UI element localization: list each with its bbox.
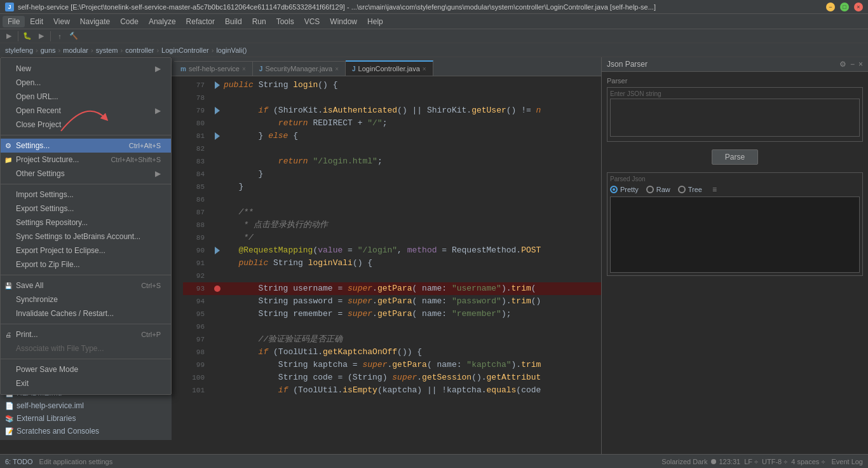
- print-shortcut: Ctrl+P: [141, 331, 161, 338]
- menu-item-sync-settings[interactable]: Sync Settings to JetBrains Account...: [1, 230, 171, 244]
- theme-dot: [711, 459, 716, 464]
- menu-item-print[interactable]: 🖨 Print... Ctrl+P: [1, 327, 171, 341]
- menu-build[interactable]: Build: [220, 16, 247, 27]
- breadcrumb: stylefeng › guns › modular › system › co…: [0, 43, 868, 57]
- maximize-button[interactable]: □: [840, 3, 849, 11]
- tab-label: SecurityManager.java: [265, 65, 332, 72]
- menu-tools[interactable]: Tools: [271, 16, 299, 27]
- menu-sep: [1, 184, 171, 184]
- breadcrumb-item[interactable]: modular: [63, 46, 88, 54]
- code-line-96: 96: [183, 320, 601, 333]
- menu-item-power-save[interactable]: Power Save Mode: [1, 362, 171, 376]
- tab-label: LoginController.java: [358, 65, 420, 72]
- menu-file[interactable]: File: [3, 16, 25, 27]
- menu-item-project-structure[interactable]: 📁 Project Structure... Ctrl+Alt+Shift+S: [1, 153, 171, 167]
- tab-security-manager[interactable]: J SecurityManager.java ×: [253, 61, 346, 76]
- code-line-85: 85 }: [183, 181, 601, 193]
- menu-item-open-recent[interactable]: Open Recent ▶: [1, 104, 171, 118]
- menu-view[interactable]: View: [48, 16, 75, 27]
- menu-edit[interactable]: Edit: [25, 16, 48, 27]
- menu-help[interactable]: Help: [362, 16, 388, 27]
- json-input-label: Enter JSON string: [610, 90, 860, 97]
- panel-settings-icon[interactable]: ⚙: [839, 60, 846, 69]
- menu-item-synchronize[interactable]: Synchronize: [1, 292, 171, 306]
- radio-pretty[interactable]: Pretty: [610, 186, 639, 193]
- status-charset[interactable]: UTF-8 ÷: [762, 458, 787, 465]
- radio-raw[interactable]: Raw: [646, 186, 670, 193]
- tree-item-ext-libs[interactable]: 📚 External Libraries: [0, 412, 172, 425]
- project-structure-label: Project Structure...: [16, 155, 79, 164]
- menu-vcs[interactable]: VCS: [299, 16, 325, 27]
- code-line-83: 83 return "/login.html";: [183, 155, 601, 168]
- menu-item-settings[interactable]: ⚙ Settings... Ctrl+Alt+S: [1, 139, 171, 153]
- parse-button[interactable]: Parse: [712, 149, 758, 165]
- tab-self-help-service[interactable]: m self-help-service ×: [174, 61, 253, 76]
- menu-navigate[interactable]: Navigate: [75, 16, 115, 27]
- menu-item-associate-file: Associate with File Type...: [1, 341, 171, 355]
- menu-item-export-eclipse[interactable]: Export Project to Eclipse...: [1, 244, 171, 258]
- menu-item-exit[interactable]: Exit: [1, 376, 171, 390]
- tree-item-scratches[interactable]: 📝 Scratches and Consoles: [0, 425, 172, 437]
- radio-tree[interactable]: Tree: [678, 186, 702, 193]
- menu-item-new[interactable]: New ▶: [1, 62, 171, 76]
- code-line-82: 82: [183, 142, 601, 155]
- code-line-84: 84 }: [183, 168, 601, 181]
- toolbar-git[interactable]: ↑: [53, 31, 66, 42]
- toolbar-build[interactable]: 🔨: [67, 31, 80, 42]
- scratches-label: Scratches and Consoles: [17, 427, 99, 436]
- json-input-field[interactable]: [610, 99, 860, 137]
- status-todo[interactable]: 6: TODO: [5, 458, 33, 465]
- minimize-button[interactable]: −: [826, 3, 835, 11]
- import-settings-label: Import Settings...: [16, 190, 74, 199]
- code-editor[interactable]: 77 public String login() { 78 79 if (Shi…: [183, 76, 601, 454]
- menu-code[interactable]: Code: [115, 16, 144, 27]
- tab-close-icon[interactable]: ×: [423, 65, 426, 72]
- code-line-93: 93 String username = super.getPara( name…: [183, 282, 601, 295]
- toolbar-run[interactable]: ▶: [35, 31, 48, 42]
- status-indent[interactable]: 4 spaces ÷: [791, 458, 825, 465]
- panel-controls: ⚙ − ×: [839, 60, 863, 69]
- breadcrumb-item[interactable]: controller: [125, 46, 154, 54]
- toolbar-run-config[interactable]: ▶: [3, 31, 15, 42]
- breadcrumb-item[interactable]: stylefeng: [5, 46, 33, 54]
- menu-sep: [1, 359, 171, 359]
- menu-analyze[interactable]: Analyze: [144, 16, 181, 27]
- menu-item-invalidate-caches[interactable]: Invalidate Caches / Restart...: [1, 306, 171, 320]
- panel-minimize-icon[interactable]: −: [850, 60, 855, 69]
- menu-run[interactable]: Run: [247, 16, 271, 27]
- toolbar-debug[interactable]: 🐛: [21, 31, 34, 42]
- tab-close-icon[interactable]: ×: [242, 65, 246, 72]
- toolbar-separator-2: [50, 31, 51, 41]
- breadcrumb-item[interactable]: LoginController: [161, 46, 209, 54]
- menu-item-settings-repo[interactable]: Settings Repository...: [1, 216, 171, 230]
- menu-item-open[interactable]: Open...: [1, 76, 171, 90]
- menu-item-export-zip[interactable]: Export to Zip File...: [1, 258, 171, 272]
- event-log[interactable]: Event Log: [831, 458, 863, 465]
- breadcrumb-item[interactable]: loginVali(): [216, 46, 247, 54]
- menu-item-open-url[interactable]: Open URL...: [1, 90, 171, 104]
- breadcrumb-item[interactable]: system: [96, 46, 118, 54]
- radio-dot-pretty: [610, 186, 618, 193]
- tree-expand-icon[interactable]: ≡: [712, 185, 717, 194]
- menu-item-export-settings[interactable]: Export Settings...: [1, 202, 171, 216]
- close-project-label: Close Project: [16, 120, 61, 129]
- status-position[interactable]: 123:31: [719, 458, 740, 465]
- menu-item-close-project[interactable]: Close Project: [1, 118, 171, 132]
- status-lf[interactable]: LF ÷: [744, 458, 758, 465]
- tab-close-icon[interactable]: ×: [335, 65, 339, 72]
- close-button[interactable]: ×: [854, 3, 863, 11]
- radio-group: Pretty Raw Tree ≡: [610, 185, 860, 194]
- panel-close-icon[interactable]: ×: [858, 60, 863, 69]
- menu-refactor[interactable]: Refactor: [181, 16, 220, 27]
- arrow-icon: ▶: [155, 64, 161, 73]
- menu-item-other-settings[interactable]: Other Settings ▶: [1, 167, 171, 181]
- print-label: Print...: [16, 330, 38, 339]
- menu-item-import-settings[interactable]: Import Settings...: [1, 188, 171, 202]
- json-parser-panel: Json Parser ⚙ − × Parser Enter JSON stri…: [601, 57, 868, 454]
- menu-window[interactable]: Window: [325, 16, 362, 27]
- breadcrumb-item[interactable]: guns: [41, 46, 56, 54]
- status-app-settings[interactable]: Edit application settings: [39, 458, 662, 465]
- tab-login-controller[interactable]: J LoginController.java ×: [346, 60, 433, 76]
- menu-item-save-all[interactable]: 💾 Save All Ctrl+S: [1, 279, 171, 292]
- tree-item-iml[interactable]: 📄 self-help-service.iml: [0, 399, 172, 412]
